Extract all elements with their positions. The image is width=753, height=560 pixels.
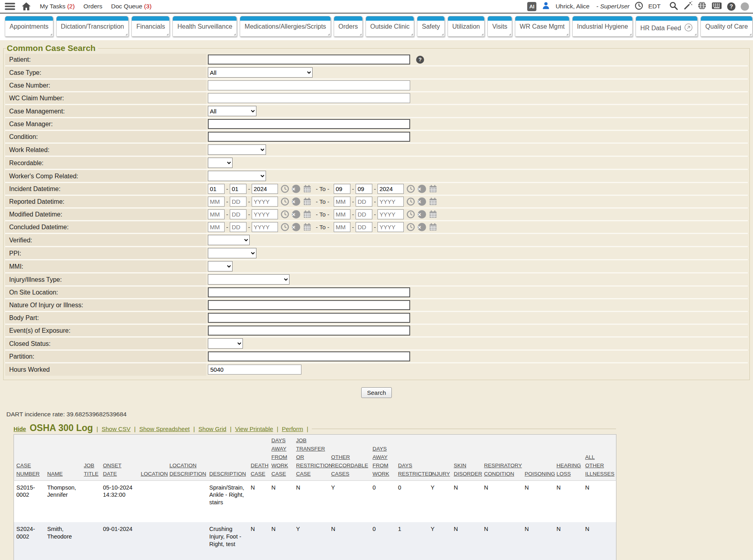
search-icon[interactable] [669, 1, 678, 12]
wc-claim-number-input[interactable] [208, 93, 410, 103]
col-job-title[interactable]: JOB TITLE [82, 435, 101, 481]
on-site-location-input[interactable] [208, 287, 410, 297]
col-location[interactable]: LOCATION [139, 435, 167, 481]
incident-from-month-input[interactable] [208, 184, 225, 194]
incident-to-year-input[interactable] [377, 184, 404, 194]
hide-link[interactable]: Hide [14, 426, 26, 432]
nature-of-injury-input[interactable] [208, 300, 410, 310]
clear-date-icon[interactable]: × [418, 185, 426, 193]
col-location-description[interactable]: LOCATION DESCRIPTION [167, 435, 207, 481]
show-grid-link[interactable]: Show Grid [198, 425, 226, 432]
concluded-from-day-input[interactable] [230, 222, 246, 232]
case-manager-input[interactable] [208, 119, 410, 129]
col-job-transfer-or-restriction-case[interactable]: JOB TRANSFER OR RESTRICTION CASE [294, 435, 329, 481]
calendar-icon[interactable] [429, 223, 437, 231]
case-type-select[interactable]: All [208, 67, 313, 78]
concluded-to-year-input[interactable] [377, 222, 404, 232]
tab-safety[interactable]: Safety [417, 16, 444, 37]
keyboard-icon[interactable] [712, 2, 722, 11]
time-picker-icon[interactable] [281, 223, 289, 231]
modified-to-year-input[interactable] [377, 209, 404, 219]
concluded-from-year-input[interactable] [252, 222, 278, 232]
modified-to-day-input[interactable] [356, 209, 372, 219]
partition-input[interactable] [208, 351, 410, 361]
tab-health-surveillance[interactable]: Health Surveillance [172, 16, 237, 37]
time-picker-icon[interactable] [407, 197, 415, 206]
time-picker-icon[interactable] [281, 185, 289, 193]
clear-date-icon[interactable]: × [292, 223, 300, 231]
col-respiratory-condition[interactable]: RESPIRATORY CONDITION [482, 435, 522, 481]
workers-comp-related-select[interactable] [208, 171, 266, 181]
show-spreadsheet-link[interactable]: Show Spreadsheet [139, 425, 190, 432]
concluded-from-month-input[interactable] [208, 222, 225, 232]
calendar-icon[interactable] [303, 185, 311, 193]
tab-industrial-hygiene[interactable]: Industrial Hygiene [572, 16, 633, 37]
time-picker-icon[interactable] [407, 185, 415, 193]
events-of-exposure-input[interactable] [208, 326, 410, 336]
col-death-case[interactable]: DEATH CASE [248, 435, 269, 481]
incident-from-year-input[interactable] [252, 184, 278, 194]
nav-my-tasks[interactable]: My Tasks (2) [40, 3, 75, 10]
calendar-icon[interactable] [303, 197, 311, 206]
nav-doc-queue[interactable]: Doc Queue (3) [111, 3, 152, 10]
perform-link[interactable]: Perform [282, 425, 303, 432]
col-skin-disorder[interactable]: SKIN DISORDER [452, 435, 482, 481]
mmi-select[interactable] [208, 261, 233, 271]
tab-dictation-transcription[interactable]: Dictation/Transcription [56, 16, 129, 37]
modified-from-year-input[interactable] [252, 209, 278, 219]
col-description[interactable]: DESCRIPTION [207, 435, 248, 481]
modified-from-month-input[interactable] [208, 209, 225, 219]
tab-outside-clinic[interactable]: Outside Clinic [366, 16, 415, 37]
col-days-away-from-work[interactable]: DAYS AWAY FROM WORK [370, 435, 396, 481]
time-picker-icon[interactable] [281, 197, 289, 206]
nav-orders[interactable]: Orders [84, 3, 102, 10]
tab-quality-of-care[interactable]: Quality of Care [700, 16, 753, 37]
ai-badge[interactable]: AI [527, 2, 536, 11]
clear-date-icon[interactable]: × [292, 210, 300, 219]
col-days-restricted[interactable]: DAYS RESTRICTED [396, 435, 428, 481]
time-picker-icon[interactable] [281, 210, 289, 219]
tab-wr-case-mgmt[interactable]: WR Case Mgmt [515, 16, 569, 37]
modified-from-day-input[interactable] [230, 209, 246, 219]
recordable-select[interactable] [208, 158, 233, 168]
wand-icon[interactable] [683, 1, 692, 12]
profile-placeholder-icon[interactable] [741, 2, 749, 11]
ppi-select[interactable] [208, 248, 256, 258]
tab-orders[interactable]: Orders [334, 16, 363, 37]
col-onset-date[interactable]: ONSET DATE [101, 435, 139, 481]
calendar-icon[interactable] [303, 223, 311, 231]
closed-status-select[interactable] [208, 338, 243, 349]
reported-to-year-input[interactable] [377, 197, 404, 207]
col-all-other-illnesses[interactable]: ALL OTHER ILLNESSES [583, 435, 616, 481]
incident-from-day-input[interactable] [230, 184, 246, 194]
time-picker-icon[interactable] [407, 223, 415, 231]
case-management-select[interactable]: All [208, 106, 256, 116]
injury-illness-type-select[interactable] [208, 274, 289, 285]
patient-help-icon[interactable]: ? [416, 56, 424, 64]
modified-to-month-input[interactable] [334, 209, 350, 219]
tab-hr-data-feed[interactable]: HR Data Feed [636, 16, 698, 37]
clock-icon[interactable] [635, 2, 643, 12]
col-injury[interactable]: INJURY [428, 435, 452, 481]
reported-to-day-input[interactable] [356, 197, 372, 207]
tab-financials[interactable]: Financials [131, 16, 170, 37]
case-number-input[interactable] [208, 80, 410, 90]
col-days-away-from-work-case[interactable]: DAYS AWAY FROM WORK CASE [269, 435, 294, 481]
clear-date-icon[interactable]: × [418, 197, 426, 206]
reported-from-month-input[interactable] [208, 197, 225, 207]
hamburger-menu-icon[interactable] [5, 3, 15, 10]
work-related-select[interactable] [208, 144, 266, 155]
tab-appointments[interactable]: Appointments [5, 16, 53, 37]
calendar-icon[interactable] [303, 210, 311, 219]
reported-from-year-input[interactable] [252, 197, 278, 207]
home-icon[interactable] [22, 2, 31, 11]
clear-date-icon[interactable]: × [418, 210, 426, 219]
globe-icon[interactable] [698, 1, 706, 12]
col-poisoning[interactable]: POISONING [522, 435, 554, 481]
reported-to-month-input[interactable] [334, 197, 350, 207]
tab-medications-allergies-scripts[interactable]: Medications/Allergies/Scripts [240, 16, 331, 37]
view-printable-link[interactable]: View Printable [235, 425, 273, 432]
calendar-icon[interactable] [429, 197, 437, 206]
reported-from-day-input[interactable] [230, 197, 246, 207]
clear-date-icon[interactable]: × [292, 185, 300, 193]
